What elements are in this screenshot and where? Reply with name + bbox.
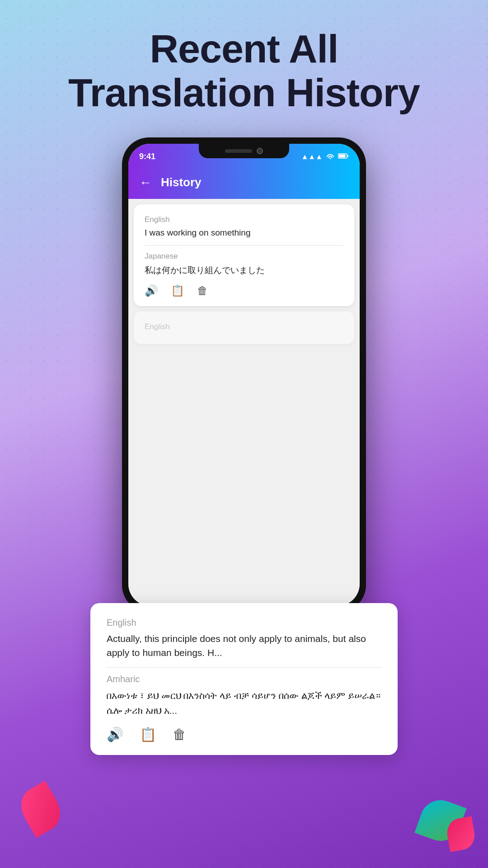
signal-icon: ▲▲▲ (301, 153, 323, 161)
card1-source-text: I was working on something (145, 228, 343, 238)
card2-source-text: Actually, this principle does not only a… (107, 632, 381, 660)
app-bar: ← History (128, 166, 360, 199)
card1-source-lang: English (145, 215, 343, 224)
page-title: Recent All Translation History (27, 27, 461, 115)
status-time: 9:41 (139, 152, 155, 161)
app-bar-title: History (161, 175, 202, 189)
page-title-container: Recent All Translation History (0, 0, 488, 128)
battery-icon (338, 153, 349, 161)
notch-camera (257, 148, 263, 154)
phone-mockup: 9:41 ▲▲▲ (0, 137, 488, 612)
title-line1: Recent All (150, 26, 338, 71)
card1-target-lang: Japanese (145, 252, 343, 261)
phone-inner: 9:41 ▲▲▲ (128, 144, 360, 606)
card2-divider (107, 667, 381, 668)
card1-speak-button[interactable]: 🔊 (145, 284, 158, 297)
card1-actions: 🔊 📋 🗑 (145, 284, 343, 297)
card1-divider (145, 245, 343, 245)
svg-rect-2 (347, 155, 348, 157)
card2-actions: 🔊 📋 🗑 (107, 726, 381, 742)
cards-container: English I was working on something Japan… (128, 199, 360, 355)
svg-rect-1 (339, 154, 346, 157)
translation-card-1: English I was working on something Japan… (134, 204, 354, 306)
card2-target-lang: Amharic (107, 674, 381, 684)
translation-card-2-partial: English (134, 311, 354, 344)
card2-speak-button[interactable]: 🔊 (107, 726, 123, 742)
card2-target-text: በእውነቱ ፣ ይህ መርህ በእንስሳት ላይ ብቻ ሳይሆን በሰው ልጆች… (107, 688, 381, 718)
card2-source-lang: English (107, 618, 381, 628)
card1-delete-button[interactable]: 🗑 (197, 284, 208, 297)
card1-target-text: 私は何かに取り組んでいました (145, 264, 343, 276)
back-button[interactable]: ← (139, 175, 152, 190)
deco-leaf-left (14, 781, 67, 838)
title-line2: Translation History (68, 70, 420, 115)
card2-delete-button[interactable]: 🗑 (173, 727, 186, 742)
notch-speaker (225, 149, 252, 153)
phone-outer: 9:41 ▲▲▲ (122, 137, 366, 612)
status-icons: ▲▲▲ (301, 153, 349, 161)
wifi-icon (326, 153, 334, 161)
floating-card-overlay: English Actually, this principle does no… (90, 603, 398, 755)
card2-source-lang-partial: English (145, 322, 343, 331)
phone-notch (199, 144, 289, 158)
card2-copy-button[interactable]: 📋 (140, 726, 156, 742)
card1-copy-button[interactable]: 📋 (171, 284, 184, 297)
